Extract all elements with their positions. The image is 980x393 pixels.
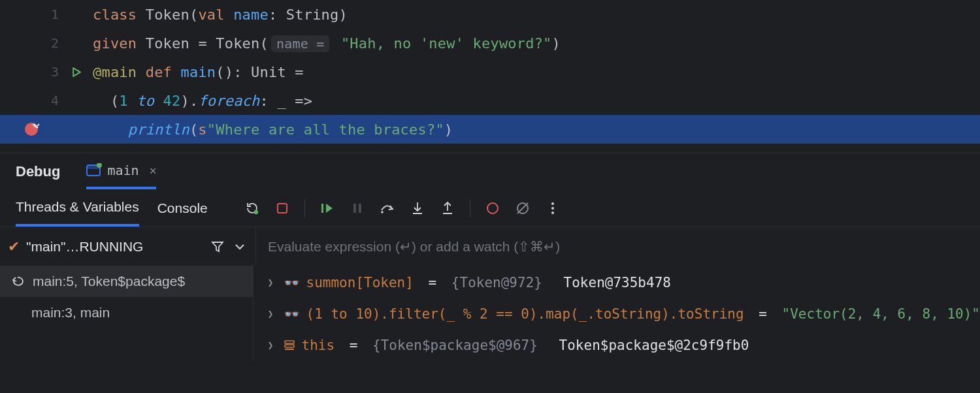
code-content: given Token = Token(name = "Hah, no 'new… xyxy=(93,35,561,52)
code-line[interactable]: 1 class Token(val name: String) xyxy=(0,0,980,29)
svg-rect-7 xyxy=(353,204,356,213)
application-icon xyxy=(86,163,101,178)
chevron-down-icon[interactable] xyxy=(232,239,248,255)
gutter[interactable]: 1 xyxy=(0,7,93,22)
separator xyxy=(304,199,305,217)
view-breakpoints-icon[interactable] xyxy=(485,200,500,216)
stop-icon[interactable] xyxy=(274,200,290,216)
step-out-icon[interactable] xyxy=(440,200,455,216)
step-into-icon[interactable] xyxy=(410,200,425,216)
gutter[interactable]: 3 xyxy=(0,64,93,80)
check-icon: ✔ xyxy=(8,238,20,255)
resume-icon[interactable] xyxy=(319,200,335,216)
chevron-right-icon[interactable]: ❯ xyxy=(268,277,277,289)
mute-breakpoints-icon[interactable] xyxy=(515,200,531,216)
svg-point-9 xyxy=(381,211,384,213)
debug-sub-tabs: Threads & Variables Console xyxy=(0,190,980,227)
code-content: @main def main(): Unit = xyxy=(93,64,304,80)
stack-frame[interactable]: main:5, Token$package$ xyxy=(0,266,253,297)
svg-rect-8 xyxy=(359,204,361,213)
svg-rect-6 xyxy=(321,204,323,213)
stack-frame[interactable]: main:3, main xyxy=(0,297,253,328)
run-config-name: main xyxy=(107,163,139,178)
run-config-tab[interactable]: main ✕ xyxy=(86,153,156,189)
watch-icon: 👓 xyxy=(284,275,300,291)
svg-rect-5 xyxy=(278,204,287,213)
panel-tabs: Debug main ✕ xyxy=(0,153,980,190)
svg-point-12 xyxy=(487,203,498,213)
variable-row[interactable]: ❯ this = {Token$package$@967} Token$pack… xyxy=(253,330,980,361)
debug-toolbar xyxy=(244,199,561,217)
step-over-icon[interactable] xyxy=(380,200,395,216)
code-content: class Token(val name: String) xyxy=(93,7,348,23)
line-number: 2 xyxy=(39,35,59,51)
breakpoint-icon[interactable] xyxy=(24,121,41,137)
svg-point-16 xyxy=(551,207,554,210)
code-line[interactable]: 3 @main def main(): Unit = xyxy=(0,57,980,86)
var-name: this xyxy=(302,338,335,353)
line-number: 3 xyxy=(39,64,59,80)
parameter-hint: name = xyxy=(271,35,329,52)
svg-point-4 xyxy=(254,210,258,214)
svg-point-17 xyxy=(551,212,554,214)
chevron-right-icon[interactable]: ❯ xyxy=(268,339,277,351)
thread-name: "main"…RUNNING xyxy=(26,239,143,255)
code-line[interactable]: 2 given Token = Token(name = "Hah, no 'n… xyxy=(0,29,980,57)
separator xyxy=(470,199,470,217)
field-icon xyxy=(284,339,295,351)
evaluate-expression-input[interactable]: Evaluate expression (↵) or add a watch (… xyxy=(256,227,980,266)
code-content: println(s"Where are all the braces?") xyxy=(93,121,453,138)
svg-rect-11 xyxy=(443,213,452,214)
rerun-icon[interactable] xyxy=(244,200,260,216)
variable-row[interactable]: ❯ 👓 (1 to 10).filter(_ % 2 == 0).map(_.t… xyxy=(253,298,980,330)
code-content: (1 to 42).foreach: _ => xyxy=(93,93,312,109)
drop-frame-icon[interactable] xyxy=(12,275,25,287)
svg-rect-10 xyxy=(413,213,422,214)
thread-selector[interactable]: ✔ "main"…RUNNING xyxy=(0,227,256,266)
variable-row[interactable]: ❯ 👓 summon[Token] = {Token@972} Token@73… xyxy=(253,267,980,298)
svg-point-0 xyxy=(25,123,38,136)
code-line[interactable]: 4 (1 to 42).foreach: _ => xyxy=(0,86,980,115)
close-icon[interactable]: ✕ xyxy=(150,163,157,177)
pause-icon[interactable] xyxy=(350,200,365,216)
gutter[interactable]: 2 xyxy=(0,35,93,51)
debug-title: Debug xyxy=(16,153,60,189)
debug-panel: Debug main ✕ Threads & Variables Console xyxy=(0,153,980,361)
line-number: 4 xyxy=(39,93,59,108)
watch-icon: 👓 xyxy=(284,306,300,322)
more-icon[interactable] xyxy=(545,200,561,216)
code-line-current[interactable]: println(s"Where are all the braces?") xyxy=(0,115,980,144)
line-number: 1 xyxy=(39,7,59,22)
var-name: (1 to 10).filter(_ % 2 == 0).map(_.toStr… xyxy=(306,306,744,322)
frame-label: main:5, Token$package$ xyxy=(33,274,185,289)
filter-icon[interactable] xyxy=(210,239,225,255)
variables-view: ❯ 👓 summon[Token] = {Token@972} Token@73… xyxy=(253,266,980,361)
frame-label: main:3, main xyxy=(31,305,110,321)
svg-point-15 xyxy=(551,202,554,205)
code-editor[interactable]: 1 class Token(val name: String) 2 given … xyxy=(0,0,980,144)
run-gutter-icon[interactable] xyxy=(71,67,82,78)
chevron-right-icon[interactable]: ❯ xyxy=(268,308,277,320)
tab-console[interactable]: Console xyxy=(157,190,208,227)
svg-rect-19 xyxy=(285,345,294,347)
svg-rect-20 xyxy=(285,349,294,350)
stack-frames: main:5, Token$package$ main:3, main xyxy=(0,266,253,361)
svg-rect-18 xyxy=(285,341,294,343)
tab-threads-variables[interactable]: Threads & Variables xyxy=(16,190,139,227)
gutter[interactable]: 4 xyxy=(0,93,93,108)
var-name: summon[Token] xyxy=(306,275,414,291)
